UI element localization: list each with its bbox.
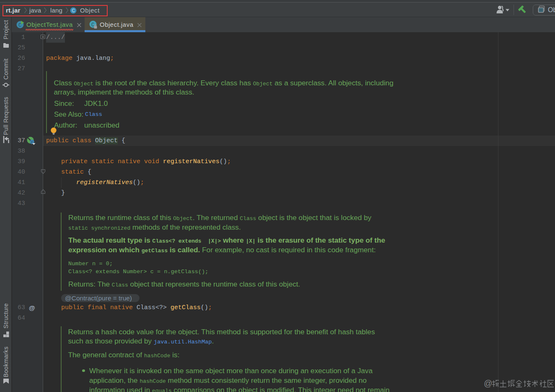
svg-text:c: c xyxy=(31,140,33,144)
svg-text:C: C xyxy=(91,22,94,28)
svg-text:C: C xyxy=(72,8,75,13)
